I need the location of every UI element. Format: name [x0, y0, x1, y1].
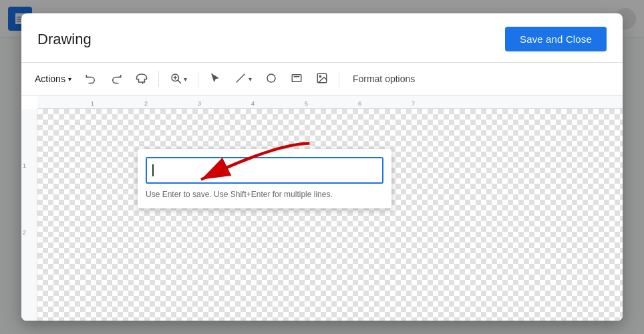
- svg-line-8: [236, 74, 245, 82]
- modal-overlay: Drawing Save and Close Actions ▾: [0, 0, 644, 334]
- ruler-mark-5: 5: [305, 100, 308, 107]
- paint-format-button[interactable]: [130, 68, 153, 90]
- select-icon: [209, 72, 221, 86]
- ruler-ticks: 1 2 3 4 5 6 7: [37, 96, 623, 108]
- checker-canvas[interactable]: Use Enter to save. Use Shift+Enter for m…: [37, 109, 623, 321]
- actions-label: Actions: [35, 73, 65, 84]
- ruler-top: 1 2 3 4 5 6 7: [37, 96, 623, 109]
- toolbar-divider-2: [198, 71, 198, 87]
- dialog-header: Drawing Save and Close: [21, 13, 623, 63]
- undo-button[interactable]: [79, 68, 102, 90]
- undo-icon: [85, 72, 97, 86]
- ruler-mark-4: 4: [251, 100, 255, 107]
- actions-menu-button[interactable]: Actions ▾: [29, 68, 77, 90]
- dialog-title: Drawing: [37, 31, 92, 48]
- line-icon: [234, 72, 247, 86]
- ruler-mark-2: 2: [144, 100, 148, 107]
- ruler-mark-3: 3: [198, 100, 201, 107]
- textbox-icon: [291, 72, 303, 86]
- textbox-input-area[interactable]: [146, 157, 383, 184]
- paint-format-icon: [136, 72, 148, 86]
- ruler-mark-row-2: 2: [23, 229, 26, 236]
- ruler-left: 1 2: [21, 109, 37, 321]
- svg-line-5: [178, 80, 180, 83]
- format-options-button[interactable]: Format options: [347, 68, 420, 90]
- line-tool-button[interactable]: ▾: [229, 68, 257, 90]
- drawing-toolbar: Actions ▾: [21, 63, 623, 96]
- svg-point-13: [319, 75, 321, 77]
- shape-icon: [265, 72, 277, 86]
- shape-tool-button[interactable]: [260, 68, 283, 90]
- textbox-hint: Use Enter to save. Use Shift+Enter for m…: [146, 189, 383, 200]
- format-options-label: Format options: [353, 73, 415, 84]
- select-button[interactable]: [204, 68, 226, 90]
- zoom-chevron-icon: ▾: [184, 75, 187, 83]
- redo-icon: [110, 72, 122, 86]
- save-close-button[interactable]: Save and Close: [505, 27, 607, 51]
- image-icon: [316, 72, 328, 86]
- ruler-mark-6: 6: [358, 100, 361, 107]
- text-cursor: [152, 164, 154, 176]
- drawing-canvas-area[interactable]: 1 2 3 4 5 6 7 1 2: [21, 96, 623, 321]
- textbox-popup: Use Enter to save. Use Shift+Enter for m…: [138, 149, 391, 208]
- line-chevron-icon: ▾: [249, 75, 252, 83]
- ruler-mark-1: 1: [91, 100, 94, 107]
- redo-button[interactable]: [105, 68, 128, 90]
- actions-chevron-icon: ▾: [68, 75, 71, 83]
- toolbar-divider-3: [339, 71, 339, 87]
- ruler-mark-row-1: 1: [23, 162, 26, 169]
- image-tool-button[interactable]: [311, 68, 333, 90]
- toolbar-divider-1: [158, 71, 159, 87]
- ruler-mark-7: 7: [412, 100, 415, 107]
- svg-rect-10: [292, 74, 301, 81]
- zoom-button[interactable]: ▾: [164, 68, 192, 90]
- textbox-tool-button[interactable]: [285, 68, 308, 90]
- zoom-icon: [170, 72, 182, 86]
- drawing-dialog: Drawing Save and Close Actions ▾: [21, 13, 623, 321]
- svg-point-9: [267, 74, 275, 82]
